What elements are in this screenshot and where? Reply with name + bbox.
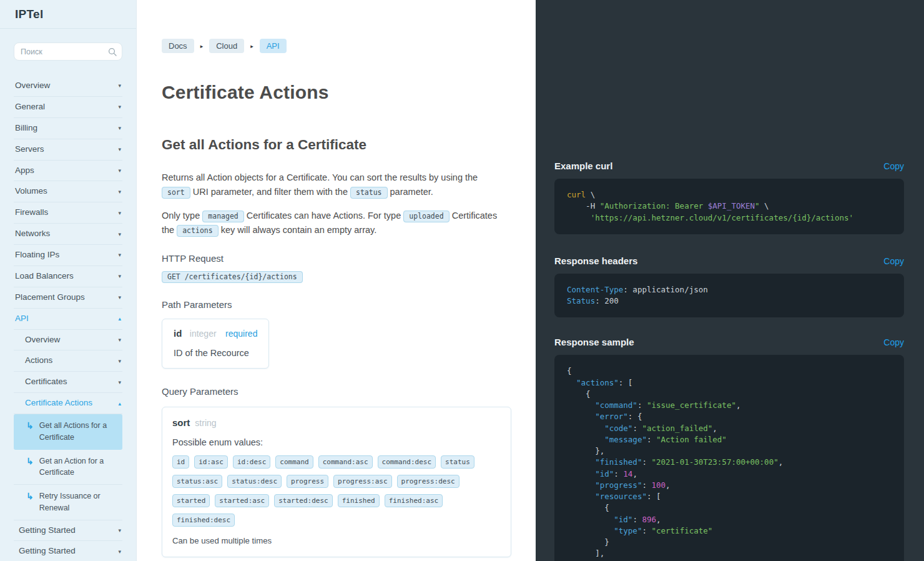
response-sample-block: { "actions": [ { "command": "issue_certi… [554,355,904,561]
chevron-down-icon: ▾ [118,527,121,534]
sidebar-item-label: Servers [15,144,44,155]
code-line: { [567,365,892,377]
sidebar-item-getting-started[interactable]: Getting Started▾ [14,541,122,561]
enum-values-label: Possible enum values: [172,437,501,447]
sidebar-item-billing[interactable]: Billing▾ [14,118,122,139]
enum-value-pill: progress:asc [333,475,391,488]
sidebar-item-apps[interactable]: Apps▾ [14,161,122,182]
sidebar-item-label: Getting Started [19,525,76,536]
code-token: "issue_certificate" [647,400,736,410]
sidebar-item-volumes[interactable]: Volumes▾ [14,181,122,202]
code-token: : 200 [595,296,619,305]
enum-value-pill: started:desc [274,494,332,507]
sidebar-item-certificate-actions[interactable]: Certificate Actions▴ [14,393,122,414]
sidebar-item-networks[interactable]: Networks▾ [14,224,122,245]
code-token: "resources" [595,492,647,501]
breadcrumb-item-docs[interactable]: Docs [162,39,194,53]
code-token [567,469,595,479]
code-token: 896 [642,515,656,524]
sidebar-item-label: Get an Action for a Certificate [39,455,109,479]
sidebar-item-api[interactable]: API▴ [14,309,122,330]
code-token: "code" [604,424,632,433]
code-line: "command": "issue_certificate", [567,400,892,411]
inline-code: sort [162,187,190,199]
http-request-row: GET /certificates/{id}/actions [162,271,503,282]
search-box [14,42,122,61]
enum-value-pill: id [172,455,189,469]
enum-value-pill: status:desc [227,475,282,488]
code-token: : [632,424,642,433]
code-line: "error": { [567,411,892,422]
code-token: "Action failed" [656,435,727,444]
path-parameter-head: id integer required [174,328,257,339]
breadcrumb-separator-icon: ▸ [250,43,253,49]
sidebar-item-getting-started[interactable]: Getting Started▾ [14,520,122,542]
param-note: Can be used multiple times [172,536,501,545]
code-line: { [567,389,892,400]
enum-value-pill: id:desc [233,455,270,469]
code-token: 'https://api.hetzner.cloud/v1/certificat… [567,213,853,222]
copy-sample-button[interactable]: Copy [883,337,904,347]
chevron-down-icon: ▾ [118,294,121,300]
sidebar-item-overview[interactable]: Overview▾ [14,76,122,97]
sidebar-item-firewalls[interactable]: Firewalls▾ [14,202,122,224]
param-type: string [195,418,216,428]
code-token: "id" [595,469,614,479]
code-token: ], [567,549,604,558]
sidebar-item-get-all-actions-for-a-certificate[interactable]: ↳Get all Actions for a Certificate [14,414,122,450]
sidebar-item-actions[interactable]: Actions▾ [14,350,122,372]
sidebar-item-overview[interactable]: Overview▾ [14,330,122,351]
sidebar-item-label: Certificates [25,377,67,387]
code-token: Status [567,296,595,305]
return-arrow-icon: ↳ [26,490,34,502]
enum-value-pill: finished [338,494,380,507]
sidebar-nav: Overview▾General▾Billing▾Servers▾Apps▾Vo… [14,76,122,561]
enum-value-pill: finished:asc [385,494,443,507]
sidebar-item-get-an-action-for-a-certificate[interactable]: ↳Get an Action for a Certificate [14,450,122,485]
sidebar-item-floating-ips[interactable]: Floating IPs▾ [14,245,122,266]
copy-headers-button[interactable]: Copy [883,256,904,266]
enum-value-pill: status:asc [172,475,222,488]
return-arrow-icon: ↳ [26,455,34,467]
code-line: "finished": "2021-01-30T23:57:00+00:00", [567,457,892,468]
sidebar-item-general[interactable]: General▾ [14,97,122,118]
sidebar-item-row: Load Balancers▾ [14,266,122,287]
code-token: , [666,480,671,490]
section-title: Get all Actions for a Certificate [162,137,503,153]
param-name: id [174,328,182,339]
code-token: 100 [651,480,666,490]
code-line: Status: 200 [567,295,892,307]
sidebar-item-label: Load Balancers [15,271,74,282]
param-head: sortstring [172,417,501,429]
param-name: sort [172,417,190,428]
sidebar-item-label: API [15,314,29,324]
sidebar-item-certificates[interactable]: Certificates▾ [14,372,122,393]
curl-code-block: curl \ -H "Authorization: Bearer $API_TO… [554,179,904,234]
sidebar-item-row: Actions▾ [14,350,122,371]
sidebar-item-load-balancers[interactable]: Load Balancers▾ [14,266,122,287]
chevron-down-icon: ▾ [118,146,121,152]
code-line: "id": 14, [567,469,892,480]
sidebar-item-label: Networks [15,229,50,239]
code-token: "error" [595,412,628,421]
code-line: -H "Authorization: Bearer $API_TOKEN" \ [567,201,892,212]
sidebar-item-placement-groups[interactable]: Placement Groups▾ [14,287,122,309]
search-input[interactable] [14,42,122,61]
sidebar-item-row: Firewalls▾ [14,202,122,223]
sidebar-item-row: Certificates▾ [14,372,122,392]
code-token: -H [567,201,600,211]
path-parameters-label: Path Parameters [162,299,503,310]
enum-value-pill: progress [287,475,328,488]
breadcrumb-item-cloud[interactable]: Cloud [209,39,244,53]
example-curl-header: Example curl Copy [554,161,904,171]
chevron-down-icon: ▾ [118,104,121,110]
code-token: : [ [647,492,661,501]
code-line: ], [567,548,892,559]
inline-code: actions [177,225,218,237]
sidebar-item-row: ↳Get all Actions for a Certificate [14,414,122,449]
sidebar-item-servers[interactable]: Servers▾ [14,139,122,161]
code-token: { [567,389,591,399]
sidebar-item-retry-issuance-or-renewal[interactable]: ↳Retry Issuance or Renewal [14,485,122,520]
breadcrumb-item-api[interactable]: API [260,39,287,53]
copy-curl-button[interactable]: Copy [883,161,904,171]
